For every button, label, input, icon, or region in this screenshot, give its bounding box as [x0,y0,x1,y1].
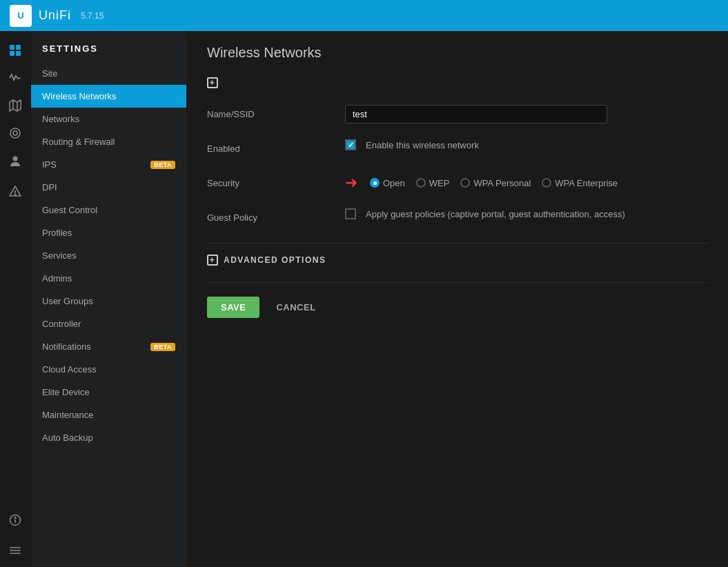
sidebar-item-maintenance[interactable]: Maintenance [31,404,186,426]
sidebar-item-label: User Groups [42,296,93,306]
svg-rect-2 [10,51,14,56]
security-row: Security ➜ Open WEP WPA Personal [207,174,707,195]
guest-policy-row: Guest Policy Apply guest policies (capti… [207,208,707,229]
advanced-options-row: + ADVANCED OPTIONS [207,243,707,266]
radio-wep[interactable]: WEP [416,178,450,188]
enabled-checkbox[interactable] [345,139,356,150]
icon-sidebar [0,31,31,567]
guest-policy-control: Apply guest policies (captive portal, gu… [345,208,707,219]
cancel-button[interactable]: CANCEL [265,297,326,318]
plus-icon: + [207,77,218,88]
advanced-options-label: ADVANCED OPTIONS [224,255,326,265]
advanced-plus-icon: + [207,255,218,266]
sidebar-item-dpi[interactable]: DPI [31,176,186,199]
sidebar-item-label: Cloud Access [42,364,97,375]
sidebar-item-label: Profiles [42,228,72,238]
sidebar-item-label: Wireless Networks [42,91,117,101]
sidebar-item-elite-device[interactable]: Elite Device [31,381,186,404]
sidebar-item-guest-control[interactable]: Guest Control [31,199,186,221]
svg-rect-17 [10,550,21,551]
sidebar-item-label: Controller [42,319,81,329]
sidebar-item-admins[interactable]: Admins [31,267,186,290]
main-content: Wireless Networks + Name/SSID Enabled En… [186,31,728,567]
dashboard-icon[interactable] [3,38,28,63]
devices-icon[interactable] [3,121,28,146]
svg-point-15 [14,517,16,519]
topbar: U UniFi 5.7.15 [0,0,728,31]
svg-rect-1 [16,45,21,50]
sidebar-item-label: Services [42,250,77,261]
svg-rect-16 [10,547,21,548]
guest-policy-label: Guest Policy [207,208,345,223]
radio-open-button[interactable] [370,178,380,188]
extra-icon[interactable] [3,538,28,563]
svg-rect-0 [10,45,14,50]
radio-open[interactable]: Open [370,178,405,188]
name-ssid-row: Name/SSID [207,105,707,126]
radio-wpa-personal-label: WPA Personal [473,178,531,188]
radio-wpa-enterprise[interactable]: WPA Enterprise [542,178,618,188]
radio-wpa-enterprise-label: WPA Enterprise [555,178,618,188]
sidebar-items: SiteWireless NetworksNetworksRouting & F… [31,62,186,449]
svg-point-7 [10,128,20,138]
version-label: 5.7.15 [81,11,104,21]
enabled-label: Enabled [207,139,345,154]
sidebar-item-label: Notifications [42,341,91,352]
sidebar-item-site[interactable]: Site [31,62,186,85]
svg-point-9 [13,157,18,161]
sidebar-item-label: DPI [42,182,57,192]
security-radio-group: Open WEP WPA Personal WPA Enterprise [370,178,618,188]
svg-point-8 [13,131,17,135]
beta-badge: BETA [150,161,175,169]
svg-marker-4 [10,100,21,111]
security-label: Security [207,174,345,188]
sidebar-item-controller[interactable]: Controller [31,312,186,335]
sidebar-item-user-groups[interactable]: User Groups [31,290,186,312]
advanced-options-header[interactable]: + ADVANCED OPTIONS [207,255,707,266]
radio-wpa-personal[interactable]: WPA Personal [460,178,531,188]
map-icon[interactable] [3,93,28,118]
sidebar-item-profiles[interactable]: Profiles [31,221,186,244]
enabled-checkbox-label: Enable this wireless network [366,140,479,150]
sidebar-item-label: Elite Device [42,387,90,397]
radio-wep-button[interactable] [416,178,426,188]
sidebar-item-notifications[interactable]: NotificationsBETA [31,335,186,358]
radio-open-label: Open [383,178,405,188]
alerts-icon[interactable] [3,179,28,203]
radio-wpa-enterprise-button[interactable] [542,178,551,188]
guest-policy-checkbox[interactable] [345,208,356,219]
sidebar-item-wireless-networks[interactable]: Wireless Networks [31,85,186,108]
beta-badge: BETA [150,343,175,351]
svg-rect-3 [16,51,21,56]
info-icon[interactable] [3,508,28,533]
sidebar-item-label: Admins [42,273,72,284]
name-ssid-label: Name/SSID [207,105,345,119]
page-title: Wireless Networks [207,45,707,61]
enabled-row: Enabled Enable this wireless network [207,139,707,160]
brand-name: UniFi [39,8,71,23]
svg-point-12 [14,194,16,195]
security-control: ➜ Open WEP WPA Personal [345,174,707,192]
radio-wpa-personal-button[interactable] [460,178,470,188]
radio-wep-label: WEP [429,178,450,188]
logo-icon: U [10,5,32,27]
sidebar-item-cloud-access[interactable]: Cloud Access [31,358,186,381]
sidebar-item-label: Maintenance [42,410,93,420]
activity-icon[interactable] [3,66,28,90]
sidebar-item-routing---firewall[interactable]: Routing & Firewall [31,130,186,153]
button-row: SAVE CANCEL [207,297,707,318]
sidebar-item-services[interactable]: Services [31,244,186,267]
save-button[interactable]: SAVE [207,297,259,318]
arrow-indicator-icon: ➜ [345,174,357,192]
sidebar-item-ips[interactable]: IPSBETA [31,153,186,176]
enabled-control: Enable this wireless network [345,139,707,150]
sidebar-item-label: Auto Backup [42,432,93,443]
sidebar-item-auto-backup[interactable]: Auto Backup [31,426,186,449]
sidebar-item-networks[interactable]: Networks [31,108,186,130]
svg-rect-18 [10,553,21,555]
name-ssid-input[interactable] [345,105,607,123]
users-icon[interactable] [3,148,28,173]
sidebar-item-label: Site [42,68,57,79]
sidebar-item-label: Guest Control [42,205,97,215]
sidebar-item-label: IPS [42,159,57,170]
